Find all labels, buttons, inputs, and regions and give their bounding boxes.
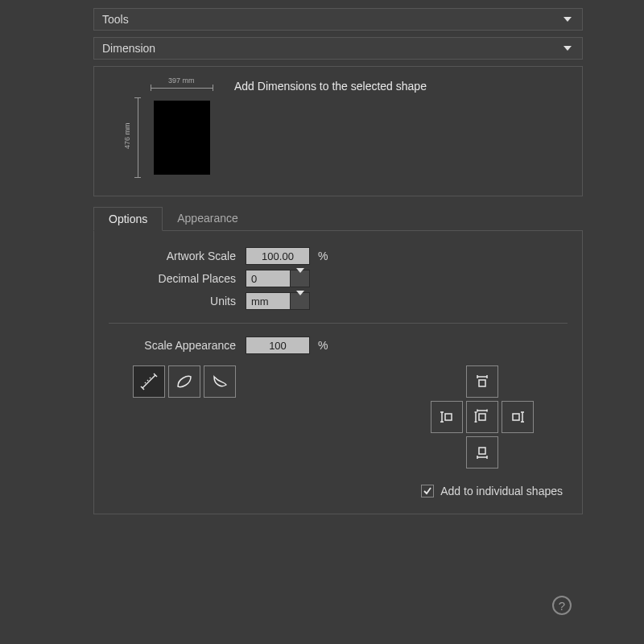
dimension-right-button[interactable] (502, 401, 534, 433)
ruler-icon (139, 372, 159, 391)
artwork-scale-label: Artwork Scale (109, 250, 246, 262)
chevron-down-icon (296, 273, 304, 285)
decimal-places-dropdown-button[interactable] (291, 270, 310, 287)
dim-top-icon (473, 373, 491, 390)
add-individual-checkbox[interactable] (421, 485, 434, 497)
decimal-places-value[interactable]: 0 (246, 270, 291, 287)
svg-line-5 (145, 382, 146, 383)
tab-options[interactable]: Options (93, 207, 163, 231)
svg-rect-16 (479, 414, 485, 420)
linear-dimension-button[interactable] (133, 365, 165, 398)
dimension-left-button[interactable] (431, 401, 463, 433)
tab-row: Options Appearance (93, 206, 583, 231)
chevron-down-icon (296, 295, 304, 308)
svg-rect-27 (479, 448, 485, 454)
add-individual-label: Add to individual shapes (440, 485, 563, 497)
options-tab-body: Artwork Scale % Decimal Places 0 Units m… (93, 231, 583, 514)
chevron-down-icon (559, 11, 576, 27)
tools-header[interactable]: Tools (93, 8, 583, 31)
dimension-illustration: 397 mm 476 mm (105, 75, 218, 188)
divider (109, 323, 568, 324)
dim-right-icon (509, 408, 526, 426)
chevron-down-icon (559, 40, 576, 56)
svg-line-1 (141, 386, 142, 388)
scale-appearance-input[interactable] (246, 336, 310, 354)
svg-line-7 (150, 378, 151, 378)
leaf-dimension-button[interactable] (168, 365, 200, 398)
tab-appearance[interactable]: Appearance (163, 207, 253, 231)
units-label: Units (109, 295, 246, 308)
scale-appearance-suffix: % (318, 339, 328, 352)
svg-line-3 (154, 374, 155, 375)
svg-line-0 (142, 375, 155, 388)
artwork-scale-input[interactable] (246, 247, 310, 265)
arc-icon (210, 372, 229, 391)
svg-rect-8 (479, 380, 485, 386)
illus-height-label: 476 mm (123, 122, 131, 149)
illus-width-label: 397 mm (168, 76, 195, 85)
svg-line-4 (155, 375, 157, 377)
svg-line-6 (147, 380, 148, 381)
svg-line-2 (142, 388, 144, 390)
dimension-header[interactable]: Dimension (93, 37, 583, 60)
direction-grid (429, 365, 535, 472)
dimension-center-button[interactable] (466, 401, 498, 433)
units-dropdown-button[interactable] (291, 292, 310, 310)
help-button[interactable]: ? (552, 596, 572, 615)
dim-left-icon (438, 408, 456, 426)
dimension-bottom-button[interactable] (466, 436, 498, 469)
illustration-panel: 397 mm 476 mm Add Dimensions to the sele… (93, 66, 583, 196)
decimal-places-label: Decimal Places (109, 272, 246, 285)
units-value[interactable]: mm (246, 292, 291, 310)
tools-header-label: Tools (102, 13, 129, 26)
dim-center-icon (473, 408, 491, 426)
checkmark-icon (423, 486, 432, 496)
dimension-header-label: Dimension (102, 42, 155, 55)
dim-bottom-icon (473, 444, 491, 461)
help-icon: ? (559, 599, 565, 613)
artwork-scale-suffix: % (318, 250, 328, 262)
svg-rect-23 (513, 414, 519, 420)
scale-appearance-label: Scale Appearance (109, 339, 246, 352)
leaf-icon (175, 372, 194, 391)
svg-rect-12 (445, 414, 452, 420)
arc-dimension-button[interactable] (204, 365, 236, 398)
illustration-description: Add Dimensions to the selected shape (234, 75, 427, 93)
dimension-top-button[interactable] (466, 365, 498, 398)
